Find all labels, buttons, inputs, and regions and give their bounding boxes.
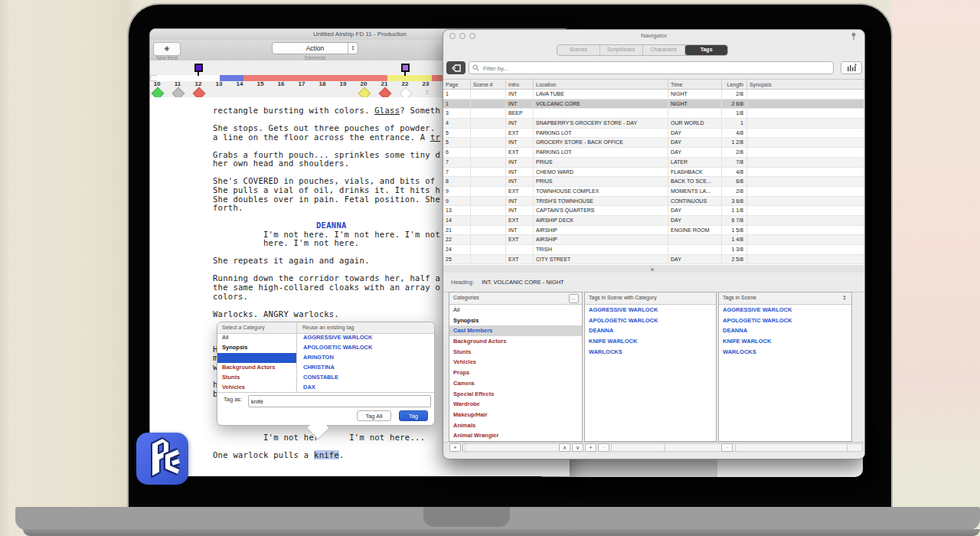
- minimize-window-icon[interactable]: [459, 33, 466, 39]
- script-line[interactable]: She's COVERED in pouches, vials, and bit…: [213, 176, 435, 185]
- dialogue-line[interactable]: here. I'm not here.: [263, 238, 359, 247]
- column-header-intro[interactable]: Intro: [506, 80, 534, 89]
- table-row[interactable]: 25EXTCITY STREETDAY2 5/8: [443, 255, 864, 265]
- filter-search-field[interactable]: [469, 61, 834, 74]
- table-row[interactable]: 5EXTPARKING LOTDAY4/8: [443, 129, 864, 139]
- category-item[interactable]: Animals: [449, 420, 582, 431]
- dialog-category-item[interactable]: Vehicles: [217, 383, 296, 393]
- dialog-category-item[interactable]: All: [217, 333, 296, 343]
- sort-icon[interactable]: ▲▼: [841, 294, 848, 302]
- tag-button[interactable]: Tag: [399, 410, 428, 421]
- dialog-category-item[interactable]: Synopsis: [217, 343, 296, 353]
- category-item[interactable]: Animal Wrangler: [449, 430, 582, 441]
- column-header-location[interactable]: Location: [534, 80, 668, 89]
- table-row[interactable]: 9INTTRISH'S TOWNHOUSECONTINUOUS3 6/8: [443, 197, 864, 207]
- table-row[interactable]: 5INTGROCERY STORE - BACK OFFICEDAY1 2/8: [443, 138, 864, 148]
- dialog-tag-item[interactable]: DAX: [297, 383, 434, 393]
- category-item[interactable]: Stunts: [449, 347, 582, 358]
- elements-dropdown[interactable]: Action ▲▼: [272, 42, 358, 54]
- column-header-page[interactable]: Page: [443, 80, 471, 89]
- script-line[interactable]: One warlock pulls a knife.: [213, 450, 345, 459]
- filter-input[interactable]: [482, 63, 822, 74]
- remove-button[interactable]: −: [721, 443, 733, 452]
- script-line[interactable]: Running down the corridor towards her, h…: [213, 273, 440, 283]
- script-line[interactable]: She repeats it again and again.: [213, 256, 370, 265]
- tag-item[interactable]: AGGRESSIVE WARLOCK: [719, 305, 851, 315]
- tag-as-input[interactable]: [248, 395, 431, 407]
- category-item[interactable]: Camera: [449, 378, 582, 389]
- move-button[interactable]: ∨: [572, 443, 583, 452]
- tag-item[interactable]: KNIFE WARLOCK: [719, 336, 851, 347]
- script-line[interactable]: her own head and shoulders.: [213, 159, 349, 168]
- tab-scenes[interactable]: Scenes: [557, 45, 600, 55]
- dialog-category-item[interactable]: [217, 353, 296, 363]
- script-line[interactable]: Grabs a fourth pouch... sprinkles some t…: [213, 150, 440, 159]
- script-line[interactable]: Warlocks. ANGRY warlocks.: [213, 309, 339, 319]
- collapse-categories-icon[interactable]: ←: [569, 294, 579, 303]
- dialog-tag-item[interactable]: CHRISTINA: [297, 363, 434, 373]
- table-row[interactable]: 3BEEP1/8: [443, 109, 864, 119]
- tag-all-button[interactable]: Tag All: [357, 410, 391, 421]
- script-line[interactable]: a line on the floor across the entrance.…: [213, 132, 440, 142]
- table-row[interactable]: 24TRISH1 3/8: [443, 245, 864, 255]
- script-line[interactable]: forth.: [213, 203, 243, 212]
- table-row[interactable]: 8INTPRIUSBACK TO SCE...6/8: [443, 177, 864, 187]
- zoom-window-icon[interactable]: [469, 33, 475, 39]
- tag-item[interactable]: WARLOCKS: [719, 347, 851, 358]
- tag-item[interactable]: DEANNA: [585, 325, 716, 336]
- stepper-arrows-icon[interactable]: ▲▼: [348, 43, 358, 54]
- table-row[interactable]: 1INTVOLCANIC CORENIGHT2 6/8: [443, 100, 864, 109]
- dialog-tag-item[interactable]: CONSTABLE: [297, 373, 434, 383]
- dialogue-line[interactable]: I'm not her I'm not here...: [263, 433, 425, 442]
- script-line[interactable]: She stops. Gets out three pouches of pow…: [213, 123, 435, 132]
- tab-tags[interactable]: Tags: [685, 45, 727, 55]
- table-row[interactable]: 21INTAIRSHIPENGINE ROOM1 5/8: [443, 226, 864, 236]
- dialog-category-item[interactable]: Stunts: [217, 373, 296, 383]
- table-row[interactable]: 14EXTAIRSHIP DECKDAY6 7/8: [443, 216, 864, 226]
- tag-item[interactable]: AGGRESSIVE WARLOCK: [585, 305, 716, 315]
- navigator-titlebar[interactable]: Navigator: [443, 30, 864, 42]
- table-row[interactable]: 22EXTAIRSHIP1 4/8: [443, 235, 864, 245]
- tab-characters[interactable]: Characters: [643, 45, 686, 55]
- tag-item[interactable]: KNIFE WARLOCK: [585, 336, 716, 347]
- pin-icon[interactable]: [850, 32, 858, 41]
- tag-item[interactable]: DEANNA: [719, 325, 851, 336]
- category-item[interactable]: Props: [449, 368, 582, 378]
- tag-report-button[interactable]: [841, 61, 862, 74]
- category-item[interactable]: Cast Members: [449, 325, 582, 336]
- move-button[interactable]: ∧: [559, 443, 570, 452]
- column-header-length[interactable]: Length: [722, 80, 747, 89]
- table-row[interactable]: 13INTCAPTAIN'S QUARTERSDAY1 1/8: [443, 206, 864, 216]
- new-beat-button[interactable]: ◈: [153, 42, 181, 56]
- script-line[interactable]: the same high-collared cloaks with an ar…: [213, 283, 440, 292]
- table-row[interactable]: 1INTLAVA TUBENIGHT2/8: [443, 90, 864, 100]
- script-line[interactable]: colors.: [213, 292, 248, 301]
- column-header-synopsis[interactable]: Synopsis: [747, 80, 864, 89]
- tag-mode-button[interactable]: [446, 61, 466, 74]
- table-row[interactable]: 9EXTTOWNHOUSE COMPLEXMOMENTS LA...2/8: [443, 187, 864, 197]
- column-header-time[interactable]: Time: [668, 80, 722, 89]
- dialog-tag-item[interactable]: APOLOGETIC WARLOCK: [297, 343, 434, 353]
- dialog-category-item[interactable]: Background Actors: [217, 363, 296, 373]
- dialog-tag-item[interactable]: ARINGTON: [297, 353, 434, 363]
- category-item[interactable]: All: [449, 305, 582, 315]
- column-header-scene[interactable]: Scene #: [471, 80, 506, 89]
- add-button[interactable]: +: [585, 443, 596, 452]
- tab-scriptnotes[interactable]: ScriptNotes: [600, 45, 643, 55]
- dialogue-line[interactable]: I'm not here. I'm not here. I'm not: [263, 230, 440, 239]
- category-item[interactable]: Special Effects: [449, 389, 582, 400]
- table-row[interactable]: 6EXTPARKING LOTDAY2/8: [443, 148, 864, 158]
- tag-item[interactable]: APOLOGETIC WARLOCK: [585, 315, 716, 326]
- close-window-icon[interactable]: [449, 33, 456, 39]
- category-item[interactable]: Vehicles: [449, 357, 582, 368]
- character-name[interactable]: DEANNA: [316, 221, 347, 230]
- table-row[interactable]: 7INTPRIUSLATER7/8: [443, 158, 864, 168]
- add-button[interactable]: +: [449, 443, 461, 452]
- tag-item[interactable]: APOLOGETIC WARLOCK: [719, 315, 851, 326]
- script-line[interactable]: She doubles over in pain. Fetal position…: [213, 194, 440, 204]
- scene-table-header[interactable]: PageScene #IntroLocationTimeLengthSynops…: [443, 79, 864, 90]
- table-row[interactable]: 7INTCHEMO WARDFLASHBACK4/8: [443, 168, 864, 178]
- category-item[interactable]: Synopsis: [449, 315, 582, 326]
- script-line[interactable]: She pulls a vial of oil, drinks it. It h…: [213, 185, 440, 194]
- remove-button[interactable]: −: [598, 443, 609, 452]
